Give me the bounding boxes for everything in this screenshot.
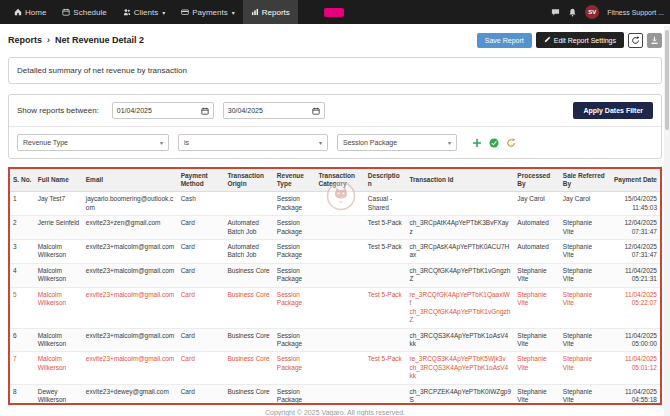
save-report-button[interactable]: Save Report	[477, 33, 532, 48]
date-from-value: 01/04/2025	[117, 107, 152, 114]
nav-item-clients[interactable]: Clients▾	[115, 0, 173, 24]
column-header[interactable]: Sale Referred By	[560, 169, 608, 192]
table-cell: Automated Batch Job	[224, 216, 273, 240]
filter-operator-value: is	[184, 139, 189, 146]
nav-item-label: Reports	[262, 8, 290, 17]
table-cell: Automated	[514, 240, 560, 264]
apply-filter-check-icon[interactable]	[489, 138, 499, 148]
column-header[interactable]: Email	[83, 169, 178, 192]
table-cell: Dewey Wilkerson	[35, 384, 83, 405]
table-cell: exvite23+malcolm@gmail.com	[83, 263, 178, 287]
table-cell: 6	[10, 328, 35, 352]
table-cell: Jay Carol	[560, 192, 608, 216]
nav-item-home[interactable]: Home	[6, 0, 54, 24]
table-cell: jaycarlo.boomering@outlook.com	[83, 192, 178, 216]
table-cell: Session Package	[274, 384, 316, 405]
column-header[interactable]: Payment Method	[178, 169, 225, 192]
account-menu[interactable]: Fitness Support ...	[607, 9, 664, 16]
table-cell: Stephanie Vite	[514, 287, 560, 328]
table-cell: ch_3RCQS3K4ApYePTbK1oAsV4kk	[406, 328, 514, 352]
nav-item-label: Payments	[192, 8, 228, 17]
table-cell: Automated Batch Job	[224, 240, 273, 264]
payments-icon	[181, 8, 189, 16]
export-button[interactable]	[647, 33, 662, 48]
table-cell: ch_3RCpAtK4ApYePTbK3BvFXayz	[406, 216, 514, 240]
date-to-input[interactable]: 30/04/2025	[223, 102, 325, 119]
table-cell	[315, 328, 364, 352]
table-cell: Business Core	[224, 263, 273, 287]
add-filter-icon[interactable]	[472, 138, 482, 148]
filter-field-select[interactable]: Revenue Type ▾	[17, 134, 169, 151]
table-cell	[406, 192, 514, 216]
table-cell: Malcolm Wilkerson	[35, 240, 83, 264]
edit-report-settings-button[interactable]: Edit Report Settings	[536, 32, 624, 48]
nav-item-schedule[interactable]: Schedule	[54, 0, 114, 24]
table-cell: Stephanie Vite	[514, 328, 560, 352]
nav-item-reports[interactable]: Reports	[243, 0, 298, 24]
date-filter-row: Show reports between: 01/04/2025 30/04/2…	[9, 95, 661, 126]
reset-filter-icon[interactable]	[506, 138, 516, 148]
table-cell: ch_3RCpAsK4ApYePTbK0ACU7Hax	[406, 240, 514, 264]
date-from-input[interactable]: 01/04/2025	[112, 102, 214, 119]
avatar[interactable]: SV	[585, 5, 599, 19]
column-header[interactable]: Processed By	[514, 169, 560, 192]
chevron-down-icon: ▾	[160, 139, 163, 146]
table-cell: Stephanie Vite	[560, 352, 608, 384]
table-cell: 2	[10, 216, 35, 240]
column-header[interactable]: Transaction Id	[406, 169, 514, 192]
refresh-report-button[interactable]	[628, 33, 643, 48]
column-header[interactable]: Revenue Type	[274, 169, 316, 192]
table-cell: 3	[10, 240, 35, 264]
filter-value-value: Session Package	[343, 139, 397, 146]
table-cell: 12/04/202507:31:47	[608, 216, 660, 240]
column-header[interactable]: Transaction Category	[315, 169, 364, 192]
table-cell: Business Core	[224, 328, 273, 352]
nav-items: HomeScheduleClients▾Payments▾Reports	[6, 0, 298, 24]
table-cell	[315, 240, 364, 264]
scrollbar-thumb[interactable]	[665, 30, 669, 130]
table-cell: exvite23+malcolm@gmail.com	[83, 328, 178, 352]
table-cell: Stephanie Vite	[560, 240, 608, 264]
table-cell: Stephanie Vite	[560, 216, 608, 240]
table-cell: Test 5-Pack	[365, 352, 407, 384]
table-row: 5Malcolm Wilkersonexvite23+malcolm@gmail…	[10, 287, 660, 328]
table-cell: 11/04/202504:55:18	[608, 384, 660, 405]
apply-dates-filter-button[interactable]: Apply Dates Filter	[573, 102, 653, 119]
column-header[interactable]: Payment Date	[608, 169, 660, 192]
column-header[interactable]: Full Name	[35, 169, 83, 192]
table-cell	[315, 287, 364, 328]
chat-icon[interactable]	[551, 8, 560, 17]
report-header: Reports › Net Revenue Detail 2 Save Repo…	[8, 32, 662, 48]
chevron-down-icon: ▾	[448, 139, 451, 146]
nav-item-label: Home	[25, 8, 46, 17]
table-cell: 12/04/202507:31:47	[608, 240, 660, 264]
table-cell: 15/04/202511:45:03	[608, 192, 660, 216]
bell-icon[interactable]	[568, 8, 577, 17]
column-header[interactable]: Description	[365, 169, 407, 192]
calendar-icon	[62, 8, 70, 16]
filter-action-icons	[472, 138, 516, 148]
nav-item-label: Clients	[134, 8, 158, 17]
save-report-label: Save Report	[485, 37, 524, 44]
table-cell: Test 5-Pack	[365, 287, 407, 328]
column-header[interactable]: S. No.	[10, 169, 35, 192]
column-header[interactable]: Transaction Origin	[224, 169, 273, 192]
filter-operator-select[interactable]: is ▾	[178, 134, 328, 151]
filter-field-value: Revenue Type	[23, 139, 68, 146]
table-cell	[315, 192, 364, 216]
reports-icon	[251, 8, 259, 16]
table-cell: Card	[178, 263, 225, 287]
table-cell: Business Core	[224, 352, 273, 384]
table-cell: Card	[178, 352, 225, 384]
criteria-filter-row: Revenue Type ▾ is ▾ Session Package ▾	[9, 126, 661, 158]
table-cell	[224, 192, 273, 216]
filter-panel: Show reports between: 01/04/2025 30/04/2…	[8, 94, 662, 159]
table-cell: Session Package	[274, 287, 316, 328]
table-row: 2Jerrie Seinfeldexvite23+zen@gmail.comCa…	[10, 216, 660, 240]
filter-value-select[interactable]: Session Package ▾	[337, 134, 457, 151]
edit-report-settings-label: Edit Report Settings	[554, 37, 616, 44]
breadcrumb-reports-link[interactable]: Reports	[8, 35, 42, 45]
home-icon	[14, 8, 22, 16]
nav-item-payments[interactable]: Payments▾	[173, 0, 243, 24]
pencil-icon	[544, 36, 551, 44]
